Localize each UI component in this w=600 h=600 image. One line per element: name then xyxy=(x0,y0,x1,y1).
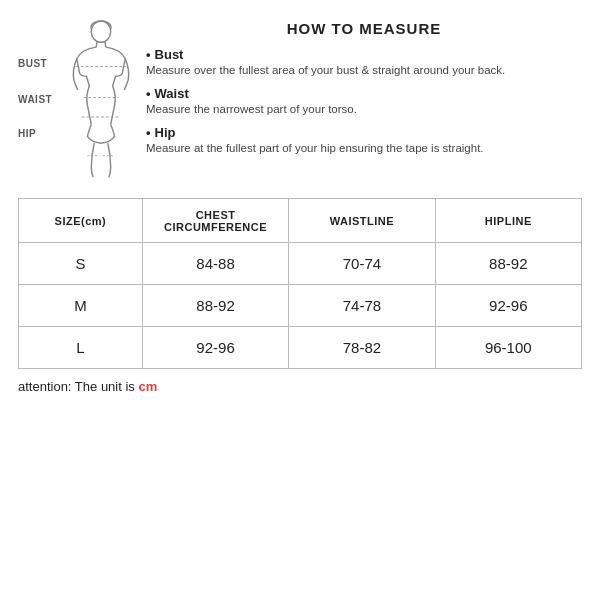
attention-note: attention: The unit is cm xyxy=(18,379,582,394)
table-row: M 88-92 74-78 92-96 xyxy=(19,285,582,327)
label-hip: HIP xyxy=(18,128,52,140)
cell-size-m: M xyxy=(19,285,143,327)
header-chest: CHESTCIRCUMFERENCE xyxy=(142,199,288,243)
bust-desc: Measure over the fullest area of your bu… xyxy=(146,62,582,78)
waist-bullet: •Waist xyxy=(146,86,582,101)
cell-waist-s: 70-74 xyxy=(289,243,435,285)
attention-prefix: attention: The unit is xyxy=(18,379,138,394)
header-size: SIZE(cm) xyxy=(19,199,143,243)
label-bust: BUST xyxy=(18,58,52,70)
table-row: L 92-96 78-82 96-100 xyxy=(19,327,582,369)
svg-line-1 xyxy=(96,41,97,47)
instruction-waist: •Waist Measure the narrowest part of you… xyxy=(146,86,582,117)
top-section: BUST WAIST HIP xyxy=(18,20,582,180)
body-figure xyxy=(56,20,146,180)
cell-chest-m: 88-92 xyxy=(142,285,288,327)
hip-bullet: •Hip xyxy=(146,125,582,140)
cell-hip-l: 96-100 xyxy=(435,327,581,369)
cell-chest-l: 92-96 xyxy=(142,327,288,369)
cell-chest-s: 84-88 xyxy=(142,243,288,285)
instruction-bust: •Bust Measure over the fullest area of y… xyxy=(146,47,582,78)
cell-waist-l: 78-82 xyxy=(289,327,435,369)
instructions-title: HOW TO MEASURE xyxy=(146,20,582,37)
waist-desc: Measure the narrowest part of your torso… xyxy=(146,101,582,117)
label-waist: WAIST xyxy=(18,94,52,106)
cell-waist-m: 74-78 xyxy=(289,285,435,327)
cell-hip-s: 88-92 xyxy=(435,243,581,285)
page: BUST WAIST HIP xyxy=(0,0,600,600)
cell-size-s: S xyxy=(19,243,143,285)
attention-cm: cm xyxy=(138,379,157,394)
svg-line-2 xyxy=(105,41,106,47)
instructions: HOW TO MEASURE •Bust Measure over the fu… xyxy=(146,20,582,164)
cell-size-l: L xyxy=(19,327,143,369)
table-row: S 84-88 70-74 88-92 xyxy=(19,243,582,285)
header-hip: HIPLINE xyxy=(435,199,581,243)
header-waist: WAISTLINE xyxy=(289,199,435,243)
instruction-hip: •Hip Measure at the fullest part of your… xyxy=(146,125,582,156)
cell-hip-m: 92-96 xyxy=(435,285,581,327)
size-table: SIZE(cm) CHESTCIRCUMFERENCE WAISTLINE HI… xyxy=(18,198,582,369)
figure-area: BUST WAIST HIP xyxy=(18,20,128,180)
bust-bullet: •Bust xyxy=(146,47,582,62)
table-header-row: SIZE(cm) CHESTCIRCUMFERENCE WAISTLINE HI… xyxy=(19,199,582,243)
svg-point-0 xyxy=(91,21,110,42)
hip-desc: Measure at the fullest part of your hip … xyxy=(146,140,582,156)
